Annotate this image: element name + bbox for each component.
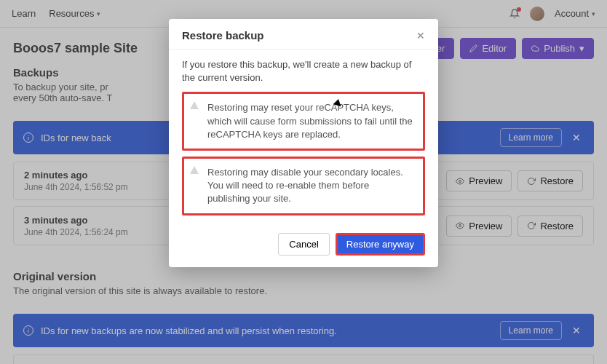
modal-title: Restore backup [182,29,264,41]
modal-desc: If you restore this backup, we'll create… [182,58,425,84]
cancel-button[interactable]: Cancel [278,233,329,256]
warning-icon [190,166,199,174]
warning-locales: Restoring may disable your secondary loc… [182,157,425,215]
modal-footer: Cancel Restore anyway [169,227,438,267]
restore-anyway-button[interactable]: Restore anyway [336,233,425,256]
modal-header: Restore backup ✕ [169,19,438,50]
modal-overlay: Restore backup ✕ If you restore this bac… [0,0,607,364]
modal-body: If you restore this backup, we'll create… [169,50,438,227]
warning-recaptcha: Restoring may reset your reCAPTCHA keys,… [182,92,425,151]
modal-close-icon[interactable]: ✕ [416,30,425,41]
restore-backup-modal: Restore backup ✕ If you restore this bac… [169,19,438,267]
warning-icon [190,101,199,109]
